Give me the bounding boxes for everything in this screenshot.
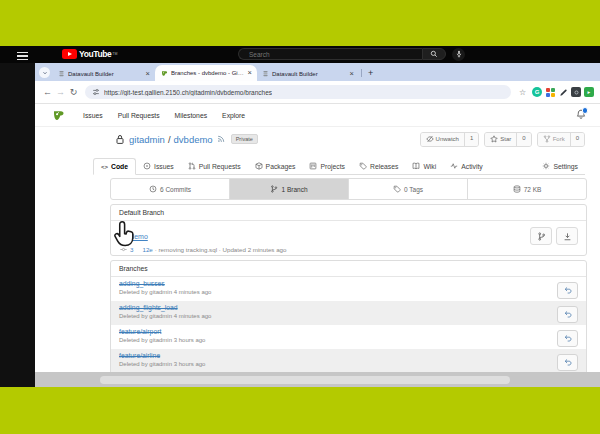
branch-row: adding_busses Deleted by gitadmin 4 minu…	[111, 277, 586, 301]
compare-branches-button[interactable]	[530, 227, 552, 245]
window-bottom-strip	[35, 372, 600, 387]
tab-activity[interactable]: Activity	[443, 158, 490, 174]
rss-icon[interactable]	[217, 135, 225, 143]
restore-branch-button[interactable]	[557, 306, 578, 323]
youtube-logo[interactable]: YouTube TM	[62, 49, 117, 59]
tab-pull-requests[interactable]: Pull Requests	[181, 158, 248, 174]
deleted-branch-link[interactable]: feature/airline	[119, 352, 578, 359]
repo-header: gitadmin / dvbdemo Private	[115, 130, 585, 148]
nav-item-milestones[interactable]: Milestones	[175, 112, 208, 119]
horizontal-scrollbar[interactable]	[100, 376, 510, 384]
new-tab-button[interactable]: +	[368, 68, 373, 78]
download-icon	[563, 232, 572, 241]
browser-tab-gitea-branches[interactable]: Branches - dvbdemo - Gitea: A ×	[155, 65, 257, 81]
browser-tab-datavault-1[interactable]: Datavault Builder ×	[53, 66, 155, 81]
fork-count[interactable]: 0	[570, 133, 584, 146]
tag-icon	[393, 185, 401, 193]
download-branch-button[interactable]	[556, 227, 578, 245]
extension-colorful-icon[interactable]	[545, 87, 555, 97]
forward-button[interactable]: →	[54, 87, 67, 97]
extension-camera-icon[interactable]	[571, 87, 581, 97]
private-badge: Private	[231, 134, 258, 144]
tab-code[interactable]: <> Code	[93, 158, 136, 175]
tab-projects[interactable]: Projects	[302, 158, 352, 174]
restore-branch-button[interactable]	[557, 330, 578, 347]
restore-branch-button[interactable]	[557, 282, 578, 299]
youtube-logo-tm: TM	[112, 52, 117, 56]
pull-request-icon	[188, 162, 196, 170]
gitea-page: Issues Pull Requests Milestones Explore	[35, 104, 600, 372]
tab-close-icon[interactable]: ×	[248, 70, 252, 76]
gitea-logo[interactable]	[51, 108, 65, 122]
fork-button[interactable]: Fork	[538, 133, 570, 146]
tab-settings[interactable]: Settings	[535, 158, 585, 174]
restore-branch-button[interactable]	[557, 354, 578, 371]
branch-icon	[270, 185, 278, 193]
fork-icon	[543, 135, 551, 143]
undo-icon	[564, 310, 572, 318]
repo-owner-link[interactable]: gitadmin	[129, 134, 165, 145]
youtube-header: YouTube TM	[0, 46, 600, 63]
stat-size[interactable]: 72 KB	[468, 179, 586, 199]
deleted-branch-link[interactable]: adding_flights_load	[119, 304, 578, 311]
youtube-play-icon	[62, 49, 77, 59]
git-branch-icon	[537, 232, 546, 241]
chevron-down-icon	[42, 70, 48, 76]
reload-button[interactable]: ↻	[67, 87, 80, 97]
video-frame-bottom-band	[0, 387, 600, 434]
notification-badge	[582, 107, 589, 114]
tab-releases[interactable]: Releases	[352, 158, 405, 174]
gitea-favicon	[160, 69, 168, 77]
commit-hash[interactable]: 312e	[130, 246, 153, 253]
site-settings-icon[interactable]	[92, 88, 100, 96]
default-branch-link[interactable]: dvbdemo	[119, 233, 148, 240]
voice-search-button[interactable]	[452, 48, 465, 61]
default-branch-panel: Default Branch dvbdemo 312e · removing t…	[110, 204, 587, 256]
tab-issues[interactable]: Issues	[136, 158, 181, 174]
database-icon	[513, 185, 521, 193]
microphone-icon	[455, 50, 463, 58]
hamburger-menu-icon[interactable]	[17, 50, 28, 59]
lock-icon	[115, 134, 125, 145]
tab-title: Branches - dvbdemo - Gitea: A	[171, 70, 245, 76]
nav-item-issues[interactable]: Issues	[83, 112, 103, 119]
undo-icon	[564, 358, 572, 366]
unwatch-button[interactable]: Unwatch	[421, 133, 464, 146]
url-text: https://git-test.gallien.2150.ch/gitadmi…	[104, 89, 272, 96]
tab-close-icon[interactable]: ×	[146, 71, 150, 77]
address-bar[interactable]: https://git-test.gallien.2150.ch/gitadmi…	[85, 85, 511, 99]
deleted-branch-link[interactable]: adding_busses	[119, 280, 578, 287]
tab-close-icon[interactable]: ×	[350, 71, 354, 77]
extension-green-icon[interactable]: ▸	[584, 87, 594, 97]
bookmark-star-icon[interactable]: ☆	[516, 88, 529, 97]
eye-slash-icon	[426, 135, 434, 143]
extension-pen-icon[interactable]	[558, 87, 568, 97]
clock-icon	[149, 185, 157, 193]
stat-tags[interactable]: 0 Tags	[349, 179, 468, 199]
youtube-search-input[interactable]	[247, 50, 422, 59]
stat-branches[interactable]: 1 Branch	[230, 179, 349, 199]
tab-wiki[interactable]: Wiki	[405, 158, 443, 174]
deleted-branch-link[interactable]: feature/airport	[119, 328, 578, 335]
nav-item-pull-requests[interactable]: Pull Requests	[118, 112, 160, 119]
repo-stats-bar: 6 Commits 1 Branch 0 T	[110, 178, 587, 200]
notification-bell-button[interactable]	[576, 109, 586, 120]
tab-title: Datavault Builder	[68, 71, 143, 77]
back-button[interactable]: ←	[41, 87, 54, 97]
youtube-search-button[interactable]	[422, 48, 446, 60]
extension-grammarly-icon[interactable]: G	[532, 87, 542, 97]
star-button[interactable]: Star	[485, 133, 516, 146]
youtube-logo-text: YouTube	[79, 49, 111, 59]
tab-search-button[interactable]	[39, 67, 50, 78]
stat-commits[interactable]: 6 Commits	[111, 179, 230, 199]
latest-commit-line: 312e · removing tracking.sql · Updated 2…	[119, 246, 578, 253]
branch-row: feature/airline Deleted by gitadmin 3 ho…	[111, 349, 586, 372]
tab-packages[interactable]: Packages	[248, 158, 303, 174]
repo-name-link[interactable]: dvbdemo	[174, 134, 213, 145]
browser-tab-datavault-2[interactable]: Datavault Builder ×	[257, 66, 359, 81]
star-count[interactable]: 0	[516, 133, 530, 146]
tag-icon	[359, 162, 367, 170]
watch-count[interactable]: 1	[464, 133, 478, 146]
tab-title: Datavault Builder	[272, 71, 347, 77]
nav-item-explore[interactable]: Explore	[222, 112, 245, 119]
